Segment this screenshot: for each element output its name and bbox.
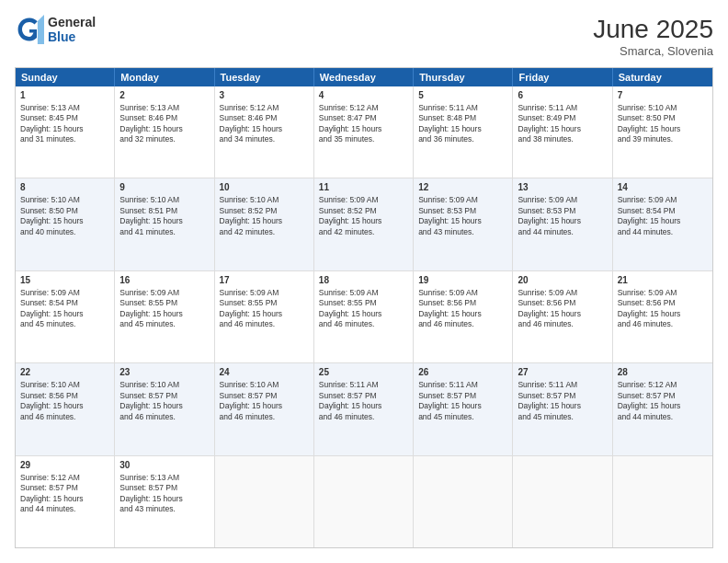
cell-line: Daylight: 15 hours bbox=[618, 309, 708, 319]
cell-line: Sunset: 8:57 PM bbox=[618, 391, 708, 401]
cell-line: Daylight: 15 hours bbox=[119, 309, 209, 319]
cell-line: Sunset: 8:56 PM bbox=[20, 391, 109, 401]
cell-line: Sunset: 8:50 PM bbox=[20, 206, 109, 216]
header: General Blue June 2025 Smarca, Slovenia bbox=[15, 15, 713, 58]
cell-line: and 38 minutes. bbox=[518, 134, 607, 144]
day-number: 3 bbox=[220, 89, 309, 101]
cell-line: and 44 minutes. bbox=[20, 504, 109, 514]
cell-line: Daylight: 15 hours bbox=[220, 401, 309, 411]
day-number: 26 bbox=[418, 366, 507, 378]
cell-line: Sunrise: 5:11 AM bbox=[418, 103, 507, 113]
cell-line: and 46 minutes. bbox=[20, 412, 109, 422]
day-cell-16: 16Sunrise: 5:09 AMSunset: 8:55 PMDayligh… bbox=[115, 271, 214, 362]
cell-line: Sunset: 8:57 PM bbox=[119, 483, 209, 493]
day-cell-28: 28Sunrise: 5:12 AMSunset: 8:57 PMDayligh… bbox=[613, 363, 712, 454]
cell-line: Daylight: 15 hours bbox=[618, 401, 708, 411]
month-title: June 2025 bbox=[593, 15, 713, 44]
cell-line: Sunrise: 5:12 AM bbox=[20, 473, 109, 483]
cell-line: Sunset: 8:46 PM bbox=[119, 113, 209, 123]
day-cell-10: 10Sunrise: 5:10 AMSunset: 8:52 PMDayligh… bbox=[215, 178, 314, 270]
cell-line: Sunset: 8:53 PM bbox=[418, 206, 507, 216]
cell-line: and 42 minutes. bbox=[220, 227, 309, 237]
cell-line: Sunrise: 5:11 AM bbox=[518, 103, 607, 113]
cell-line: and 43 minutes. bbox=[418, 227, 507, 237]
day-cell-18: 18Sunrise: 5:09 AMSunset: 8:55 PMDayligh… bbox=[314, 271, 414, 362]
empty-cell bbox=[314, 456, 414, 547]
cell-line: Daylight: 15 hours bbox=[618, 124, 708, 134]
day-number: 27 bbox=[518, 366, 607, 378]
day-number: 10 bbox=[220, 181, 309, 193]
cell-line: Daylight: 15 hours bbox=[418, 216, 507, 226]
day-number: 8 bbox=[20, 181, 109, 193]
cell-line: Sunrise: 5:10 AM bbox=[20, 195, 109, 205]
empty-cell bbox=[513, 456, 612, 547]
cell-line: Daylight: 15 hours bbox=[418, 309, 507, 319]
calendar-row-4: 29Sunrise: 5:12 AMSunset: 8:57 PMDayligh… bbox=[16, 455, 712, 547]
cell-line: and 44 minutes. bbox=[618, 412, 708, 422]
cell-line: Daylight: 15 hours bbox=[418, 124, 507, 134]
cell-line: and 46 minutes. bbox=[418, 319, 507, 329]
day-cell-26: 26Sunrise: 5:11 AMSunset: 8:57 PMDayligh… bbox=[414, 363, 513, 454]
day-cell-15: 15Sunrise: 5:09 AMSunset: 8:54 PMDayligh… bbox=[16, 271, 115, 362]
cell-line: Sunset: 8:54 PM bbox=[20, 298, 109, 308]
day-cell-1: 1Sunrise: 5:13 AMSunset: 8:45 PMDaylight… bbox=[16, 86, 115, 178]
cell-line: Sunrise: 5:13 AM bbox=[119, 473, 209, 483]
cell-line: and 42 minutes. bbox=[319, 227, 408, 237]
cell-line: Sunrise: 5:12 AM bbox=[618, 380, 708, 390]
cell-line: Daylight: 15 hours bbox=[20, 309, 109, 319]
day-cell-12: 12Sunrise: 5:09 AMSunset: 8:53 PMDayligh… bbox=[414, 178, 513, 270]
cell-line: Sunrise: 5:09 AM bbox=[418, 195, 507, 205]
day-cell-30: 30Sunrise: 5:13 AMSunset: 8:57 PMDayligh… bbox=[115, 456, 214, 547]
cell-line: and 34 minutes. bbox=[220, 134, 309, 144]
cell-line: and 45 minutes. bbox=[119, 319, 209, 329]
cell-line: and 44 minutes. bbox=[618, 227, 708, 237]
calendar-row-0: 1Sunrise: 5:13 AMSunset: 8:45 PMDaylight… bbox=[16, 86, 712, 178]
day-number: 2 bbox=[119, 89, 209, 101]
day-cell-17: 17Sunrise: 5:09 AMSunset: 8:55 PMDayligh… bbox=[215, 271, 314, 362]
day-number: 29 bbox=[20, 459, 109, 471]
cell-line: Daylight: 15 hours bbox=[418, 401, 507, 411]
weekday-header-wednesday: Wednesday bbox=[314, 68, 414, 86]
cell-line: Sunrise: 5:11 AM bbox=[418, 380, 507, 390]
weekday-header-sunday: Sunday bbox=[16, 68, 115, 86]
cell-line: Sunrise: 5:09 AM bbox=[518, 195, 607, 205]
cell-line: Daylight: 15 hours bbox=[518, 124, 607, 134]
cell-line: and 45 minutes. bbox=[20, 319, 109, 329]
empty-cell bbox=[613, 456, 712, 547]
cell-line: Sunrise: 5:09 AM bbox=[319, 195, 408, 205]
cell-line: Daylight: 15 hours bbox=[119, 401, 209, 411]
cell-line: Daylight: 15 hours bbox=[119, 124, 209, 134]
cell-line: Daylight: 15 hours bbox=[220, 309, 309, 319]
day-number: 22 bbox=[20, 366, 109, 378]
cell-line: Sunset: 8:56 PM bbox=[418, 298, 507, 308]
cell-line: Sunrise: 5:13 AM bbox=[20, 103, 109, 113]
cell-line: Sunset: 8:49 PM bbox=[518, 113, 607, 123]
day-number: 6 bbox=[518, 89, 607, 101]
logo-general-text: General bbox=[48, 15, 96, 29]
cell-line: Sunset: 8:53 PM bbox=[518, 206, 607, 216]
cell-line: Sunrise: 5:11 AM bbox=[518, 380, 607, 390]
cell-line: Sunset: 8:57 PM bbox=[418, 391, 507, 401]
day-cell-23: 23Sunrise: 5:10 AMSunset: 8:57 PMDayligh… bbox=[115, 363, 214, 454]
weekday-header-thursday: Thursday bbox=[414, 68, 513, 86]
location: Smarca, Slovenia bbox=[593, 44, 713, 58]
cell-line: and 46 minutes. bbox=[220, 319, 309, 329]
day-number: 20 bbox=[518, 274, 607, 286]
calendar-row-3: 22Sunrise: 5:10 AMSunset: 8:56 PMDayligh… bbox=[16, 362, 712, 454]
empty-cell bbox=[215, 456, 314, 547]
cell-line: Daylight: 15 hours bbox=[20, 494, 109, 504]
day-cell-11: 11Sunrise: 5:09 AMSunset: 8:52 PMDayligh… bbox=[314, 178, 414, 270]
cell-line: and 46 minutes. bbox=[618, 319, 708, 329]
calendar-row-2: 15Sunrise: 5:09 AMSunset: 8:54 PMDayligh… bbox=[16, 270, 712, 362]
cell-line: Sunrise: 5:11 AM bbox=[319, 380, 408, 390]
day-number: 4 bbox=[319, 89, 408, 101]
cell-line: and 36 minutes. bbox=[418, 134, 507, 144]
cell-line: Sunset: 8:52 PM bbox=[220, 206, 309, 216]
day-number: 5 bbox=[418, 89, 507, 101]
cell-line: Sunrise: 5:10 AM bbox=[119, 195, 209, 205]
cell-line: Daylight: 15 hours bbox=[319, 401, 408, 411]
day-number: 21 bbox=[618, 274, 708, 286]
cell-line: and 41 minutes. bbox=[119, 227, 209, 237]
cell-line: Sunset: 8:57 PM bbox=[319, 391, 408, 401]
cell-line: and 35 minutes. bbox=[319, 134, 408, 144]
